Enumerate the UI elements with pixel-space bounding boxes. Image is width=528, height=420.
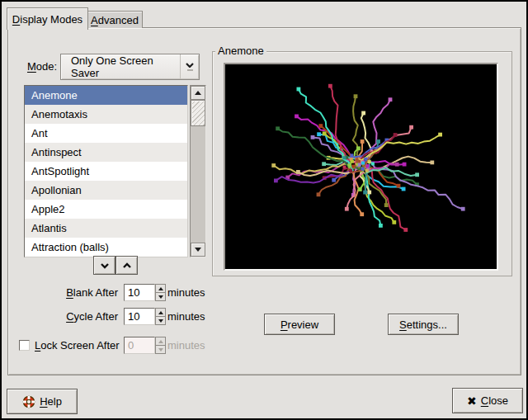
chevron-up-icon: [122, 262, 132, 269]
list-item-ant[interactable]: Ant: [25, 124, 187, 143]
preview-group-title: Anemone: [215, 45, 266, 58]
spin-down-icon: [155, 346, 166, 354]
lock-screen-checkbox[interactable]: [19, 340, 30, 351]
settings-button[interactable]: Settings...: [388, 314, 459, 335]
arrow-down-icon: [195, 248, 201, 252]
lock-screen-label[interactable]: Lock Screen After: [35, 339, 120, 352]
mode-dropdown[interactable]: Only One Screen Saver: [60, 54, 200, 80]
move-up-button[interactable]: [116, 256, 138, 275]
chevron-down-icon: [180, 54, 199, 79]
list-item-apple2[interactable]: Apple2: [25, 200, 187, 219]
mode-label: Mode:: [27, 60, 57, 73]
spin-up-icon[interactable]: [155, 308, 166, 317]
spin-down-icon[interactable]: [155, 317, 166, 325]
spin-up-icon[interactable]: [155, 284, 166, 293]
anemone-preview-image: [225, 64, 497, 269]
list-item-antspotlight[interactable]: AntSpotlight: [25, 162, 187, 181]
blank-after-unit: minutes: [167, 286, 205, 299]
mode-dropdown-value: Only One Screen Saver: [61, 54, 180, 79]
screensaver-list: Anemone Anemotaxis Ant Antinspect AntSpo…: [24, 85, 188, 257]
list-item-atlantis[interactable]: Atlantis: [25, 219, 187, 238]
cycle-after-input[interactable]: 10: [124, 308, 155, 325]
scrollbar-thumb[interactable]: [191, 100, 205, 126]
blank-after-stepper[interactable]: [155, 284, 166, 301]
move-down-button[interactable]: [93, 256, 116, 275]
list-item-apollonian[interactable]: Apollonian: [25, 181, 187, 200]
list-item-anemone[interactable]: Anemone: [25, 86, 187, 105]
list-item-antinspect[interactable]: Antinspect: [25, 143, 187, 162]
tab-label: Advanced: [91, 14, 139, 26]
close-x-icon: ✖: [467, 394, 477, 408]
list-scrollbar[interactable]: [190, 85, 206, 257]
spin-down-icon[interactable]: [155, 293, 166, 301]
blank-after-input[interactable]: 10: [124, 284, 155, 301]
preview-button[interactable]: Preview: [264, 314, 335, 335]
cycle-after-unit: minutes: [167, 310, 205, 323]
tab-advanced[interactable]: Advanced: [87, 11, 143, 28]
help-lifebuoy-icon: [22, 395, 35, 408]
tab-display-modes[interactable]: Display Modes: [7, 7, 88, 30]
tab-label: Display Modes: [12, 13, 82, 26]
cycle-after-label: Cycle After: [33, 310, 118, 323]
list-item-anemotaxis[interactable]: Anemotaxis: [25, 105, 187, 124]
scroll-down-button[interactable]: [191, 243, 205, 257]
chevron-down-icon: [100, 262, 110, 269]
screensaver-preview: [224, 63, 498, 271]
lock-screen-unit: minutes: [167, 339, 205, 352]
help-button[interactable]: Help: [7, 389, 78, 414]
lock-screen-stepper: [155, 337, 166, 354]
spin-up-icon: [155, 337, 166, 346]
cycle-after-stepper[interactable]: [155, 308, 166, 325]
close-button[interactable]: ✖ Close: [452, 388, 523, 413]
lock-screen-input: 0: [124, 337, 155, 354]
arrow-up-icon: [195, 91, 201, 95]
blank-after-label: Blank After: [33, 286, 118, 299]
scroll-up-button[interactable]: [191, 86, 205, 100]
list-item-attraction-balls[interactable]: Attraction (balls): [25, 238, 187, 257]
